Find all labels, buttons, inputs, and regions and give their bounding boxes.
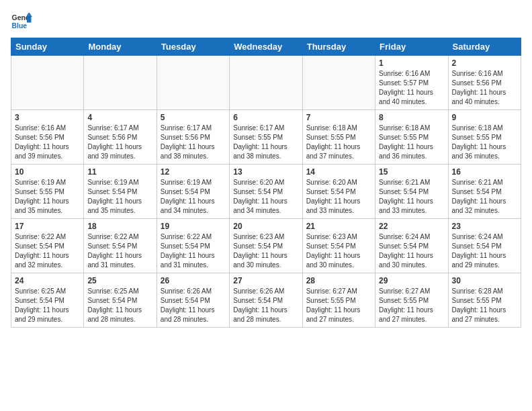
calendar-cell — [230, 56, 302, 110]
logo: General Blue — [11, 11, 32, 32]
day-info: Sunrise: 6:23 AM Sunset: 5:54 PM Dayligh… — [306, 232, 371, 270]
day-number: 19 — [161, 222, 226, 231]
day-number: 18 — [87, 222, 152, 231]
calendar-cell: 2Sunrise: 6:16 AM Sunset: 5:56 PM Daylig… — [448, 56, 521, 110]
day-info: Sunrise: 6:23 AM Sunset: 5:54 PM Dayligh… — [233, 232, 298, 270]
day-info: Sunrise: 6:17 AM Sunset: 5:55 PM Dayligh… — [233, 124, 298, 161]
calendar-cell: 10Sunrise: 6:19 AM Sunset: 5:55 PM Dayli… — [11, 165, 84, 219]
day-info: Sunrise: 6:22 AM Sunset: 5:54 PM Dayligh… — [87, 232, 152, 270]
calendar-cell: 3Sunrise: 6:16 AM Sunset: 5:56 PM Daylig… — [11, 110, 84, 165]
calendar-cell — [157, 56, 229, 110]
day-info: Sunrise: 6:19 AM Sunset: 5:55 PM Dayligh… — [15, 178, 80, 216]
day-info: Sunrise: 6:17 AM Sunset: 5:56 PM Dayligh… — [161, 124, 226, 161]
day-number: 11 — [87, 167, 152, 177]
day-number: 23 — [452, 222, 517, 231]
svg-marker-3 — [27, 12, 31, 15]
day-number: 8 — [379, 113, 444, 122]
day-info: Sunrise: 6:27 AM Sunset: 5:55 PM Dayligh… — [379, 287, 444, 324]
day-number: 1 — [379, 58, 444, 68]
calendar-cell: 30Sunrise: 6:28 AM Sunset: 5:55 PM Dayli… — [448, 273, 521, 328]
calendar-cell: 19Sunrise: 6:22 AM Sunset: 5:54 PM Dayli… — [157, 219, 229, 273]
calendar-cell: 15Sunrise: 6:21 AM Sunset: 5:54 PM Dayli… — [375, 165, 448, 219]
day-info: Sunrise: 6:16 AM Sunset: 5:57 PM Dayligh… — [379, 69, 444, 107]
day-number: 24 — [15, 276, 80, 285]
day-number: 13 — [233, 167, 298, 177]
calendar-cell: 27Sunrise: 6:26 AM Sunset: 5:54 PM Dayli… — [230, 273, 302, 328]
calendar-cell: 29Sunrise: 6:27 AM Sunset: 5:55 PM Dayli… — [375, 273, 448, 328]
calendar-cell — [302, 56, 375, 110]
day-number: 29 — [379, 276, 444, 285]
calendar-cell: 23Sunrise: 6:24 AM Sunset: 5:54 PM Dayli… — [448, 219, 521, 273]
day-info: Sunrise: 6:25 AM Sunset: 5:54 PM Dayligh… — [87, 287, 152, 324]
day-info: Sunrise: 6:16 AM Sunset: 5:56 PM Dayligh… — [15, 124, 80, 161]
page-header: General Blue — [11, 11, 521, 32]
calendar-table: SundayMondayTuesdayWednesdayThursdayFrid… — [11, 38, 521, 328]
svg-marker-2 — [27, 15, 31, 22]
calendar-cell: 4Sunrise: 6:17 AM Sunset: 5:56 PM Daylig… — [84, 110, 157, 165]
day-number: 7 — [306, 113, 371, 122]
day-info: Sunrise: 6:21 AM Sunset: 5:54 PM Dayligh… — [452, 178, 517, 216]
day-info: Sunrise: 6:21 AM Sunset: 5:54 PM Dayligh… — [379, 178, 444, 216]
calendar-cell — [84, 56, 157, 110]
day-info: Sunrise: 6:22 AM Sunset: 5:54 PM Dayligh… — [15, 232, 80, 270]
calendar-cell: 17Sunrise: 6:22 AM Sunset: 5:54 PM Dayli… — [11, 219, 84, 273]
calendar-cell: 13Sunrise: 6:20 AM Sunset: 5:54 PM Dayli… — [230, 165, 302, 219]
column-header-wednesday: Wednesday — [230, 38, 302, 56]
calendar-cell: 9Sunrise: 6:18 AM Sunset: 5:55 PM Daylig… — [448, 110, 521, 165]
day-number: 21 — [306, 222, 371, 231]
day-number: 14 — [306, 167, 371, 177]
week-row-5: 24Sunrise: 6:25 AM Sunset: 5:54 PM Dayli… — [11, 273, 521, 328]
day-number: 28 — [306, 276, 371, 285]
day-number: 25 — [87, 276, 152, 285]
calendar-cell: 20Sunrise: 6:23 AM Sunset: 5:54 PM Dayli… — [230, 219, 302, 273]
calendar-cell: 8Sunrise: 6:18 AM Sunset: 5:55 PM Daylig… — [375, 110, 448, 165]
day-number: 3 — [15, 113, 80, 122]
day-info: Sunrise: 6:19 AM Sunset: 5:54 PM Dayligh… — [87, 178, 152, 216]
day-info: Sunrise: 6:18 AM Sunset: 5:55 PM Dayligh… — [379, 124, 444, 161]
day-number: 26 — [161, 276, 226, 285]
calendar-cell: 21Sunrise: 6:23 AM Sunset: 5:54 PM Dayli… — [302, 219, 375, 273]
day-number: 9 — [452, 113, 517, 122]
day-info: Sunrise: 6:27 AM Sunset: 5:55 PM Dayligh… — [306, 287, 371, 324]
day-number: 12 — [161, 167, 226, 177]
week-row-2: 3Sunrise: 6:16 AM Sunset: 5:56 PM Daylig… — [11, 110, 521, 165]
day-info: Sunrise: 6:25 AM Sunset: 5:54 PM Dayligh… — [15, 287, 80, 324]
day-number: 2 — [452, 58, 517, 68]
day-info: Sunrise: 6:18 AM Sunset: 5:55 PM Dayligh… — [452, 124, 517, 161]
column-header-monday: Monday — [84, 38, 157, 56]
calendar-cell: 7Sunrise: 6:18 AM Sunset: 5:55 PM Daylig… — [302, 110, 375, 165]
day-number: 17 — [15, 222, 80, 231]
day-info: Sunrise: 6:16 AM Sunset: 5:56 PM Dayligh… — [452, 69, 517, 107]
day-info: Sunrise: 6:24 AM Sunset: 5:54 PM Dayligh… — [379, 232, 444, 270]
calendar-cell: 6Sunrise: 6:17 AM Sunset: 5:55 PM Daylig… — [230, 110, 302, 165]
column-header-tuesday: Tuesday — [157, 38, 229, 56]
column-header-saturday: Saturday — [448, 38, 521, 56]
day-number: 27 — [233, 276, 298, 285]
calendar-cell: 12Sunrise: 6:19 AM Sunset: 5:54 PM Dayli… — [157, 165, 229, 219]
day-info: Sunrise: 6:28 AM Sunset: 5:55 PM Dayligh… — [452, 287, 517, 324]
calendar-cell: 1Sunrise: 6:16 AM Sunset: 5:57 PM Daylig… — [375, 56, 448, 110]
column-header-thursday: Thursday — [302, 38, 375, 56]
svg-text:Blue: Blue — [12, 22, 28, 30]
calendar-cell: 26Sunrise: 6:26 AM Sunset: 5:54 PM Dayli… — [157, 273, 229, 328]
day-info: Sunrise: 6:26 AM Sunset: 5:54 PM Dayligh… — [233, 287, 298, 324]
week-row-1: 1Sunrise: 6:16 AM Sunset: 5:57 PM Daylig… — [11, 56, 521, 110]
column-header-sunday: Sunday — [11, 38, 84, 56]
day-number: 10 — [15, 167, 80, 177]
day-number: 4 — [87, 113, 152, 122]
calendar-cell: 16Sunrise: 6:21 AM Sunset: 5:54 PM Dayli… — [448, 165, 521, 219]
week-row-3: 10Sunrise: 6:19 AM Sunset: 5:55 PM Dayli… — [11, 165, 521, 219]
calendar-cell: 28Sunrise: 6:27 AM Sunset: 5:55 PM Dayli… — [302, 273, 375, 328]
day-number: 16 — [452, 167, 517, 177]
day-info: Sunrise: 6:18 AM Sunset: 5:55 PM Dayligh… — [306, 124, 371, 161]
calendar-cell: 5Sunrise: 6:17 AM Sunset: 5:56 PM Daylig… — [157, 110, 229, 165]
day-info: Sunrise: 6:22 AM Sunset: 5:54 PM Dayligh… — [161, 232, 226, 270]
calendar-cell: 11Sunrise: 6:19 AM Sunset: 5:54 PM Dayli… — [84, 165, 157, 219]
day-info: Sunrise: 6:24 AM Sunset: 5:54 PM Dayligh… — [452, 232, 517, 270]
day-info: Sunrise: 6:19 AM Sunset: 5:54 PM Dayligh… — [161, 178, 226, 216]
day-info: Sunrise: 6:26 AM Sunset: 5:54 PM Dayligh… — [161, 287, 226, 324]
calendar-cell: 24Sunrise: 6:25 AM Sunset: 5:54 PM Dayli… — [11, 273, 84, 328]
day-number: 22 — [379, 222, 444, 231]
day-info: Sunrise: 6:17 AM Sunset: 5:56 PM Dayligh… — [87, 124, 152, 161]
calendar-cell: 14Sunrise: 6:20 AM Sunset: 5:54 PM Dayli… — [302, 165, 375, 219]
